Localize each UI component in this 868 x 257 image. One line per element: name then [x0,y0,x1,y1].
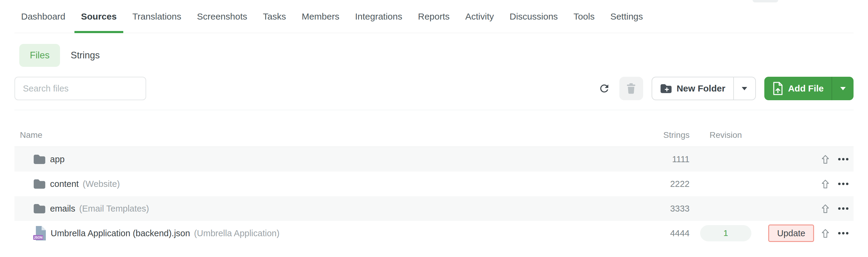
caret-down-icon [742,87,747,90]
upload-icon [821,179,830,189]
refresh-icon [598,82,610,95]
files-view-button[interactable]: Files [19,44,60,67]
upload-button[interactable] [819,227,831,240]
table-header: Name Strings Revision [14,110,854,147]
tab-activity[interactable]: Activity [459,0,501,33]
column-header-revision: Revision [689,130,762,140]
file-name[interactable]: app [50,154,64,164]
file-note: (Email Templates) [79,204,149,214]
tab-integrations[interactable]: Integrations [348,0,409,33]
strings-view-button[interactable]: Strings [60,44,110,67]
expand-arrow-icon[interactable] [22,157,26,161]
tab-discussions[interactable]: Discussions [503,0,564,33]
strings-count: 1111 [635,154,689,164]
tab-screenshots[interactable]: Screenshots [190,0,254,33]
files-table: Name Strings Revision app 1111 [14,110,854,246]
tab-tools[interactable]: Tools [567,0,601,33]
table-row[interactable]: emails (Email Templates) 3333 [14,196,854,221]
folder-icon [33,179,46,189]
tab-settings[interactable]: Settings [604,0,650,33]
tab-members[interactable]: Members [295,0,346,33]
tab-dashboard[interactable]: Dashboard [14,0,72,33]
upload-button[interactable] [819,178,831,190]
search-input[interactable] [14,77,146,100]
table-row[interactable]: JSON Umbrella Application (backend).json… [14,221,854,246]
strings-count: 4444 [635,228,689,238]
file-name[interactable]: content [50,179,79,189]
upload-icon [821,229,830,238]
ellipsis-icon [838,158,848,160]
scrolled-element-remnant [752,0,778,2]
new-folder-label: New Folder [677,83,725,94]
ellipsis-icon [838,232,848,234]
upload-button[interactable] [819,153,831,166]
file-note: (Website) [83,179,120,189]
add-file-dropdown-button[interactable] [832,77,854,100]
folder-plus-icon [660,84,672,94]
column-header-strings: Strings [635,130,689,140]
delete-button[interactable] [619,77,643,100]
file-name[interactable]: emails [50,204,75,214]
refresh-button[interactable] [598,77,611,100]
file-upload-icon [772,81,784,96]
tab-translations[interactable]: Translations [126,0,188,33]
strings-count: 3333 [635,204,689,214]
tab-sources[interactable]: Sources [74,0,123,33]
table-row[interactable]: app 1111 [14,147,854,172]
column-header-name: Name [14,130,635,140]
folder-icon [33,154,46,164]
tab-tasks[interactable]: Tasks [256,0,293,33]
row-menu-button[interactable] [836,230,850,236]
json-file-icon: JSON [33,226,46,241]
new-folder-dropdown-button[interactable] [733,77,755,100]
tab-reports[interactable]: Reports [411,0,456,33]
upload-icon [821,204,830,213]
expand-arrow-icon[interactable] [22,207,26,211]
toolbar-actions: New Folder Add File [598,77,854,100]
row-menu-button[interactable] [836,181,850,187]
upload-button[interactable] [819,202,831,215]
row-menu-button[interactable] [836,206,850,212]
file-name[interactable]: Umbrella Application (backend).json [51,228,190,238]
add-file-split-button: Add File [764,77,854,100]
view-switcher: Files Strings [14,44,854,67]
ellipsis-icon [838,207,848,210]
json-badge: JSON [34,235,42,239]
add-file-label: Add File [788,83,824,94]
revision-badge: 1 [700,225,751,241]
ellipsis-icon [838,183,848,185]
row-menu-button[interactable] [836,156,850,162]
folder-icon [33,204,46,214]
files-toolbar: New Folder Add File [14,77,854,100]
trash-icon [626,83,636,94]
caret-down-icon [840,87,846,90]
new-folder-button[interactable]: New Folder [652,77,733,100]
upload-icon [821,155,830,164]
new-folder-split-button: New Folder [652,77,756,100]
project-nav: Dashboard Sources Translations Screensho… [14,0,854,33]
expand-arrow-icon[interactable] [22,182,26,186]
update-button[interactable]: Update [768,224,814,242]
file-note: (Umbrella Application) [194,228,280,238]
table-row[interactable]: content (Website) 2222 [14,172,854,196]
add-file-button[interactable]: Add File [764,77,832,100]
strings-count: 2222 [635,179,689,189]
